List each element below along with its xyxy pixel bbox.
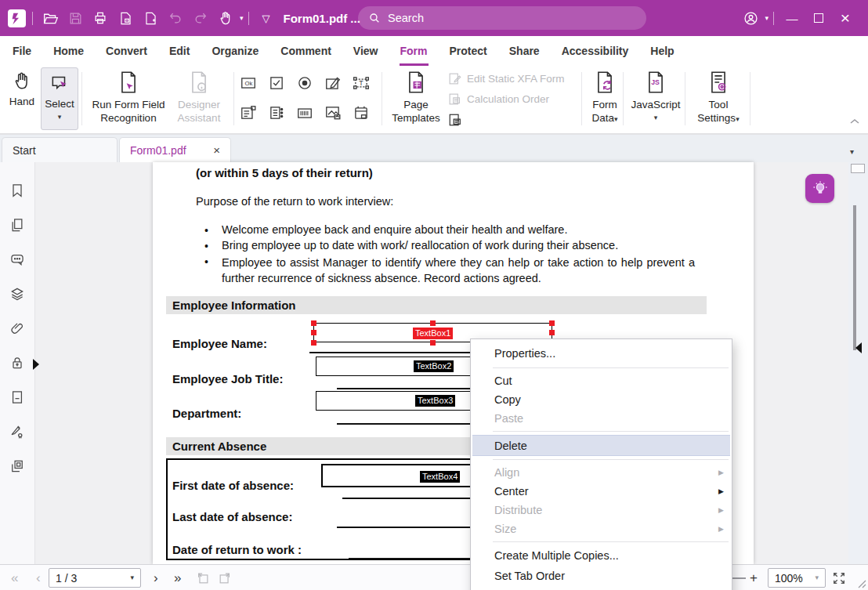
tab-list-caret-icon[interactable]: ▾	[850, 147, 854, 156]
list-box-field-icon[interactable]	[268, 104, 285, 121]
selection-handle[interactable]	[430, 320, 436, 326]
selection-handle[interactable]	[311, 320, 316, 326]
comments-icon[interactable]	[9, 252, 25, 267]
hand-button[interactable]: Hand	[6, 71, 38, 108]
selection-handle[interactable]	[311, 330, 316, 335]
context-menu-properties[interactable]: Properties...	[471, 343, 732, 364]
left-panel-expander[interactable]	[33, 359, 39, 370]
context-menu-set-tab-order[interactable]: Set Tab Order	[471, 566, 732, 586]
edit-xfa-label: Edit Static XFA Form	[467, 73, 565, 85]
radio-button-field-icon[interactable]	[296, 74, 313, 92]
account-caret-icon[interactable]: ▾	[765, 15, 769, 22]
print-button[interactable]	[90, 8, 110, 28]
run-ffr-label-line1: Run Form Field	[86, 98, 171, 111]
first-page-button[interactable]: «	[11, 565, 18, 590]
text-field-icon[interactable]: T	[353, 74, 370, 92]
context-menu-center[interactable]: Center ▶	[471, 482, 732, 501]
account-icon[interactable]	[740, 8, 761, 28]
next-page-button[interactable]: ›	[154, 565, 158, 590]
date-field-icon[interactable]	[353, 104, 370, 121]
menu-home[interactable]: Home	[52, 38, 85, 66]
right-panel-expander[interactable]	[855, 342, 862, 353]
tab-close-icon[interactable]: ×	[213, 143, 220, 157]
menu-view[interactable]: View	[353, 38, 379, 66]
selection-handle[interactable]	[430, 340, 436, 346]
zoom-in-button[interactable]: +	[750, 565, 758, 590]
hand-tool-button[interactable]	[215, 8, 236, 28]
signatures-icon[interactable]	[9, 424, 25, 440]
close-button[interactable]: ×	[832, 6, 859, 30]
fullscreen-button[interactable]	[832, 565, 846, 590]
menu-organize[interactable]: Organize	[211, 38, 259, 66]
ribbon-divider	[685, 72, 685, 125]
menu-convert[interactable]: Convert	[105, 38, 148, 66]
selection-handle[interactable]	[311, 340, 316, 346]
security-icon[interactable]	[9, 355, 25, 371]
selection-handle[interactable]	[549, 320, 555, 326]
page-caret-icon: ▾	[130, 574, 134, 581]
select-button[interactable]: Select ▾	[41, 67, 78, 130]
menu-edit[interactable]: Edit	[168, 38, 190, 66]
context-menu-copy[interactable]: Copy	[471, 390, 732, 409]
open-file-button[interactable]	[40, 8, 60, 28]
page-number-box[interactable]: 1 / 3 ▾	[49, 568, 141, 588]
assistant-lightbulb-button[interactable]	[805, 174, 834, 203]
combo-box-field-icon[interactable]	[240, 104, 257, 121]
page-organize-icon[interactable]	[9, 458, 25, 474]
minimize-button[interactable]: —	[779, 6, 805, 30]
scrollbar-top-button[interactable]	[851, 164, 865, 173]
collapse-ribbon-button[interactable]	[849, 118, 860, 125]
export-pdf-button[interactable]	[115, 8, 136, 28]
vertical-scrollbar[interactable]	[848, 162, 868, 564]
bookmarks-icon[interactable]	[9, 183, 25, 198]
page-thumbnails-icon[interactable]	[9, 217, 25, 233]
destinations-icon[interactable]	[9, 389, 25, 405]
checkbox-field-icon[interactable]	[268, 74, 285, 92]
next-view-button[interactable]	[218, 565, 232, 590]
search-box[interactable]: Search	[358, 6, 646, 30]
create-pdf-button[interactable]	[140, 8, 161, 28]
title-dropdown-icon[interactable]: ▽	[256, 8, 277, 28]
context-menu-delete[interactable]: Delete	[472, 435, 730, 456]
context-menu-duplicate[interactable]: Duplicate	[471, 586, 732, 590]
barcode-field-icon[interactable]	[296, 104, 313, 121]
javascript-button[interactable]: JS JavaScript ▾	[628, 71, 683, 121]
push-button-icon[interactable]: Ok	[240, 74, 257, 92]
tab-start[interactable]: Start	[2, 137, 118, 162]
ribbon-divider	[81, 72, 82, 125]
previous-view-button[interactable]	[196, 565, 210, 590]
zoom-level-box[interactable]: 100% ▾	[768, 568, 826, 588]
signature-field-icon[interactable]	[324, 74, 342, 92]
scrollbar-thumb[interactable]	[853, 205, 856, 350]
tool-settings-button[interactable]: Tool Settings▾	[691, 71, 746, 125]
section-employee-information: Employee Information	[166, 296, 707, 314]
context-menu-cut[interactable]: Cut	[471, 371, 732, 390]
page-templates-button[interactable]: Page Templates	[385, 71, 447, 125]
undo-button[interactable]	[165, 8, 186, 28]
form-data-button[interactable]: Form Data▾	[584, 71, 625, 125]
selection-handle[interactable]	[549, 330, 555, 335]
menu-form[interactable]: Form	[400, 38, 429, 66]
menu-help[interactable]: Help	[649, 38, 675, 66]
page-copy-button[interactable]	[448, 113, 462, 127]
hand-tool-caret-icon[interactable]: ▾	[240, 15, 244, 22]
lightbulb-icon	[811, 179, 830, 198]
tab-form01[interactable]: Form01.pdf ×	[119, 137, 231, 162]
image-field-icon[interactable]	[324, 104, 342, 121]
menu-share[interactable]: Share	[508, 38, 541, 66]
previous-page-button[interactable]: ‹	[36, 565, 41, 590]
save-button[interactable]	[65, 8, 85, 28]
menu-accessibility[interactable]: Accessibility	[561, 38, 630, 66]
redo-button[interactable]	[190, 8, 211, 28]
context-menu-create-multiple-copies[interactable]: Create Multiple Copies...	[471, 545, 732, 566]
attachments-icon[interactable]	[9, 320, 25, 336]
last-page-button[interactable]: »	[174, 565, 181, 590]
javascript-icon: JS	[628, 71, 683, 94]
window-resize-grip[interactable]	[855, 577, 866, 588]
menu-protect[interactable]: Protect	[449, 38, 488, 66]
layers-icon[interactable]	[9, 286, 25, 302]
maximize-button[interactable]	[805, 6, 832, 30]
menu-comment[interactable]: Comment	[280, 38, 332, 66]
run-form-field-recognition-button[interactable]: Run Form Field Recognition	[86, 71, 171, 125]
menu-file[interactable]: File	[12, 38, 32, 66]
